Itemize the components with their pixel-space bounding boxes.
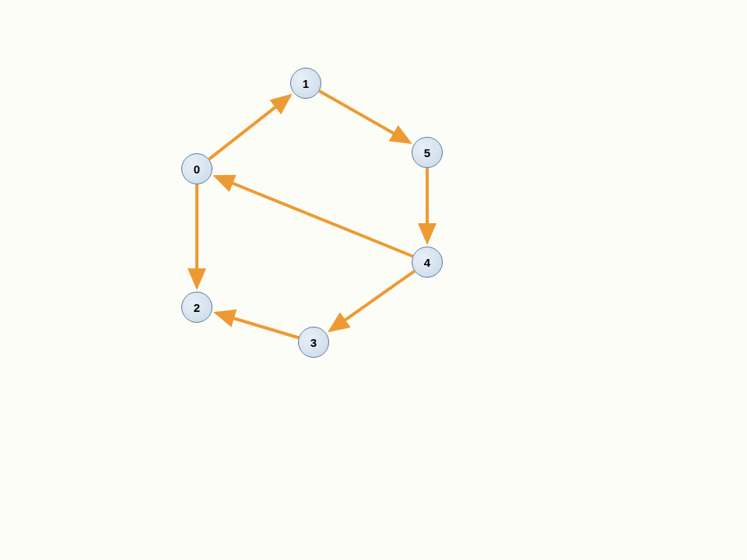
edge-0-1 (209, 96, 290, 159)
edge-4-3 (330, 271, 414, 331)
graph-node-0: 0 (181, 153, 212, 184)
edge-3-2 (216, 313, 299, 338)
graph-node-3: 3 (298, 327, 329, 358)
graph-node-5: 5 (412, 137, 443, 168)
graph-node-4: 4 (412, 247, 443, 278)
edge-1-5 (319, 91, 409, 142)
graph-node-1: 1 (290, 68, 321, 99)
graph-canvas (0, 0, 747, 560)
edges-group (197, 91, 427, 338)
graph-node-2: 2 (181, 292, 212, 323)
edge-4-0 (216, 177, 412, 257)
